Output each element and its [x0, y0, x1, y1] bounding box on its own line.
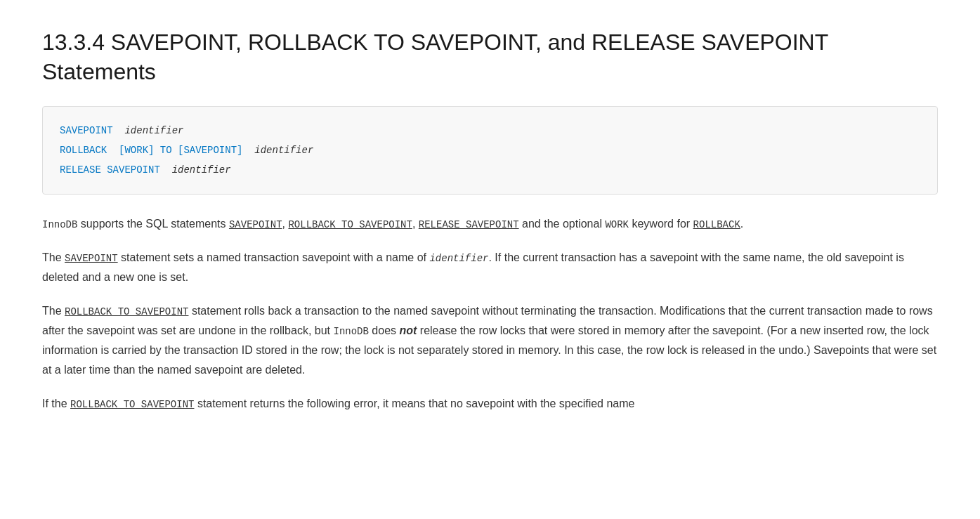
code-arg-2: identifier	[254, 145, 313, 156]
paragraph-2: The SAVEPOINT statement sets a named tra…	[42, 248, 938, 287]
code-keyword-savepoint: SAVEPOINT	[60, 125, 113, 136]
p1-text5: keyword for	[629, 218, 693, 230]
p4-text2: statement returns the following error, i…	[194, 398, 634, 409]
not-emphasis: not	[400, 324, 417, 336]
p1-text1: supports the SQL statements	[77, 218, 229, 230]
link-rollback-to-savepoint-3[interactable]: ROLLBACK TO SAVEPOINT	[70, 399, 194, 410]
innodb-code-2: InnoDB	[333, 326, 368, 337]
code-optional: [WORK] TO [SAVEPOINT]	[119, 145, 242, 156]
innodb-code-1: InnoDB	[42, 219, 77, 230]
work-code: WORK	[605, 219, 629, 230]
link-savepoint-2[interactable]: SAVEPOINT	[65, 253, 118, 264]
identifier-italic: identifier	[429, 253, 488, 264]
link-savepoint-1[interactable]: SAVEPOINT	[229, 219, 282, 230]
p2-text1: The	[42, 251, 65, 263]
link-rollback-to-savepoint-1[interactable]: ROLLBACK TO SAVEPOINT	[288, 219, 412, 230]
code-block: SAVEPOINT identifier ROLLBACK [WORK] TO …	[42, 106, 938, 195]
link-rollback-1[interactable]: ROLLBACK	[693, 219, 740, 230]
p2-text2: statement sets a named transaction savep…	[118, 251, 430, 263]
p1-text6: .	[740, 218, 743, 230]
page-title: 13.3.4 SAVEPOINT, ROLLBACK TO SAVEPOINT,…	[42, 28, 938, 86]
link-rollback-to-savepoint-2[interactable]: ROLLBACK TO SAVEPOINT	[65, 306, 188, 317]
code-arg-1: identifier	[124, 125, 183, 136]
paragraph-4: If the ROLLBACK TO SAVEPOINT statement r…	[42, 394, 938, 414]
code-line-1: SAVEPOINT identifier	[60, 121, 920, 140]
code-keyword-rollback: ROLLBACK	[60, 145, 107, 156]
p1-text3: ,	[412, 218, 419, 230]
paragraph-1: InnoDB supports the SQL statements SAVEP…	[42, 214, 938, 234]
code-keyword-release: RELEASE SAVEPOINT	[60, 164, 160, 176]
code-arg-3: identifier	[172, 164, 231, 176]
p3-text3: does	[369, 324, 400, 336]
link-release-savepoint-1[interactable]: RELEASE SAVEPOINT	[419, 219, 519, 230]
paragraph-3: The ROLLBACK TO SAVEPOINT statement roll…	[42, 301, 938, 380]
p3-text1: The	[42, 305, 65, 317]
code-line-3: RELEASE SAVEPOINT identifier	[60, 160, 920, 180]
code-line-2: ROLLBACK [WORK] TO [SAVEPOINT] identifie…	[60, 140, 920, 160]
p1-text4: and the optional	[519, 218, 606, 230]
p4-text1: If the	[42, 398, 70, 409]
